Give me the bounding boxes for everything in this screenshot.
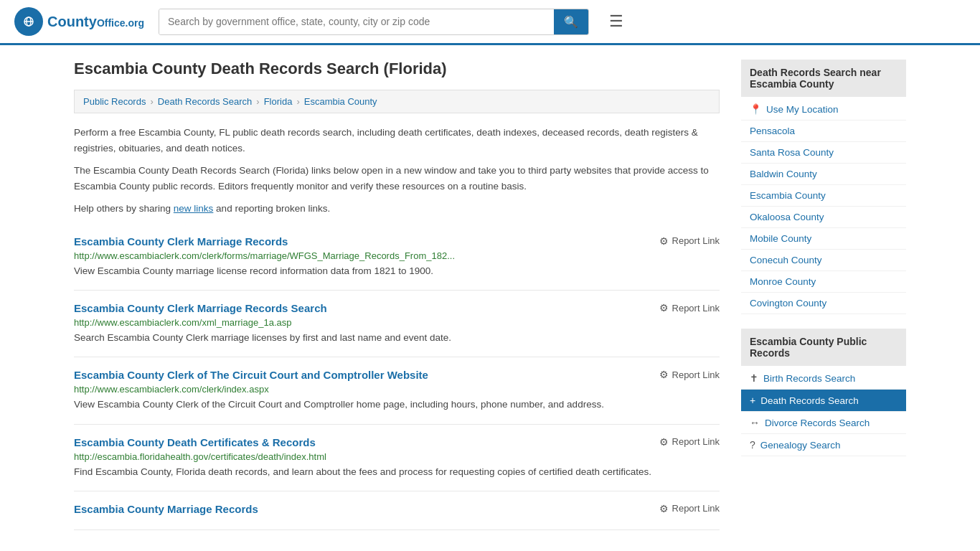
sidebar-public-record-item-1[interactable]: + Death Records Search xyxy=(741,390,906,412)
public-record-icon-2: ↔ xyxy=(750,417,760,428)
report-icon-2: ⚙ xyxy=(659,369,669,380)
report-link-button-3[interactable]: ⚙ Report Link xyxy=(659,436,720,448)
report-link-button-4[interactable]: ⚙ Report Link xyxy=(659,503,720,514)
breadcrumb-public-records[interactable]: Public Records xyxy=(83,96,146,107)
report-icon-1: ⚙ xyxy=(659,302,669,314)
breadcrumb-sep-3: › xyxy=(296,96,299,107)
sidebar-nearby-item-3[interactable]: Escambia County xyxy=(741,185,906,207)
result-item: Escambia County Marriage Records ⚙ Repor… xyxy=(74,491,720,530)
sidebar-nearby-link-1[interactable]: Santa Rosa County xyxy=(750,147,834,158)
result-url-2: http://www.escambiaclerk.com/clerk/index… xyxy=(74,384,720,395)
breadcrumb-escambia[interactable]: Escambia County xyxy=(304,96,377,107)
nearby-section: Death Records Search near Escambia Count… xyxy=(741,60,906,314)
sidebar-nearby-link-2[interactable]: Baldwin County xyxy=(750,169,817,179)
sidebar-nearby-link-6[interactable]: Conecuh County xyxy=(750,255,822,265)
result-title-2[interactable]: Escambia County Clerk of The Circuit Cou… xyxy=(74,369,428,381)
public-records-items: ✝ Birth Records Search + Death Records S… xyxy=(741,367,906,456)
result-desc-3: Find Escambia County, Florida death reco… xyxy=(74,465,720,479)
sidebar-nearby-item-0[interactable]: Pensacola xyxy=(741,121,906,142)
public-records-section-title: Escambia County Public Records xyxy=(741,329,906,366)
report-label-4: Report Link xyxy=(672,503,720,514)
report-icon-4: ⚙ xyxy=(659,503,669,514)
sidebar-nearby-link-0[interactable]: Pensacola xyxy=(750,126,795,136)
sidebar-nearby-item-2[interactable]: Baldwin County xyxy=(741,164,906,185)
content-area: Escambia County Death Records Search (Fl… xyxy=(74,60,720,530)
report-label-1: Report Link xyxy=(672,303,720,314)
description-3: Help others by sharing new links and rep… xyxy=(74,201,720,217)
use-location-button[interactable]: 📍 Use My Location xyxy=(741,98,906,121)
sidebar-nearby-item-7[interactable]: Monroe County xyxy=(741,271,906,293)
public-record-icon-1: + xyxy=(750,395,755,406)
menu-button[interactable]: ☰ xyxy=(603,9,629,34)
use-location-label: Use My Location xyxy=(766,104,839,115)
sidebar-nearby-item-8[interactable]: Covington County xyxy=(741,293,906,314)
public-record-link-3[interactable]: Genealogy Search xyxy=(760,440,841,451)
report-label-2: Report Link xyxy=(672,369,720,380)
result-title-0[interactable]: Escambia County Clerk Marriage Records xyxy=(74,235,288,248)
nearby-items: PensacolaSanta Rosa CountyBaldwin County… xyxy=(741,121,906,314)
logo-icon xyxy=(14,7,43,36)
sidebar-public-record-item-3[interactable]: ? Genealogy Search xyxy=(741,434,906,456)
report-label-3: Report Link xyxy=(672,436,720,447)
site-header: CountyOffice.org 🔍 ☰ xyxy=(0,0,980,45)
result-desc-1: Search Escambia County Clerk marriage li… xyxy=(74,331,720,345)
search-input[interactable] xyxy=(159,9,554,34)
public-record-link-1[interactable]: Death Records Search xyxy=(760,395,859,406)
result-title-3[interactable]: Escambia County Death Certificates & Rec… xyxy=(74,436,316,448)
search-icon: 🔍 xyxy=(564,16,578,28)
sidebar: Death Records Search near Escambia Count… xyxy=(741,60,906,530)
report-label-0: Report Link xyxy=(672,235,720,246)
breadcrumb: Public Records › Death Records Search › … xyxy=(74,90,720,113)
result-item: Escambia County Clerk Marriage Records S… xyxy=(74,291,720,357)
result-item: Escambia County Clerk of The Circuit Cou… xyxy=(74,357,720,424)
public-record-icon-0: ✝ xyxy=(750,372,758,384)
result-desc-2: View Escambia County Clerk of the Circui… xyxy=(74,397,720,412)
result-url-0: http://www.escambiaclerk.com/clerk/forms… xyxy=(74,250,720,261)
public-record-link-2[interactable]: Divorce Records Search xyxy=(765,418,870,428)
location-pin-icon: 📍 xyxy=(750,103,762,115)
nearby-section-title: Death Records Search near Escambia Count… xyxy=(741,60,906,97)
logo-text: CountyOffice.org xyxy=(47,14,144,30)
description-3-suffix: and reporting broken links. xyxy=(213,203,330,214)
sidebar-nearby-link-7[interactable]: Monroe County xyxy=(750,276,816,287)
result-title-4[interactable]: Escambia County Marriage Records xyxy=(74,503,258,515)
public-record-link-0[interactable]: Birth Records Search xyxy=(763,373,855,384)
sidebar-nearby-item-4[interactable]: Okaloosa County xyxy=(741,207,906,228)
main-container: Escambia County Death Records Search (Fl… xyxy=(60,45,920,545)
sidebar-public-record-item-0[interactable]: ✝ Birth Records Search xyxy=(741,367,906,390)
breadcrumb-florida[interactable]: Florida xyxy=(264,96,293,107)
logo[interactable]: CountyOffice.org xyxy=(14,7,144,36)
page-title: Escambia County Death Records Search (Fl… xyxy=(74,60,720,78)
result-url-1: http://www.escambiaclerk.com/xml_marriag… xyxy=(74,317,720,328)
result-item: Escambia County Clerk Marriage Records ⚙… xyxy=(74,224,720,291)
sidebar-nearby-link-3[interactable]: Escambia County xyxy=(750,190,826,201)
result-desc-0: View Escambia County marriage license re… xyxy=(74,264,720,278)
result-item: Escambia County Death Certificates & Rec… xyxy=(74,425,720,491)
search-button[interactable]: 🔍 xyxy=(554,9,588,34)
new-links-link[interactable]: new links xyxy=(174,203,214,214)
report-link-button-2[interactable]: ⚙ Report Link xyxy=(659,369,720,380)
public-record-icon-3: ? xyxy=(750,439,755,451)
result-title-1[interactable]: Escambia County Clerk Marriage Records S… xyxy=(74,302,327,314)
report-link-button-1[interactable]: ⚙ Report Link xyxy=(659,302,720,314)
search-bar: 🔍 xyxy=(159,9,589,35)
sidebar-nearby-item-6[interactable]: Conecuh County xyxy=(741,250,906,271)
sidebar-public-record-item-2[interactable]: ↔ Divorce Records Search xyxy=(741,412,906,434)
description-2: The Escambia County Death Records Search… xyxy=(74,163,720,194)
hamburger-icon: ☰ xyxy=(609,12,623,30)
report-link-button-0[interactable]: ⚙ Report Link xyxy=(659,235,720,247)
result-url-3: http://escambia.floridahealth.gov/certif… xyxy=(74,451,720,462)
description-1: Perform a free Escambia County, FL publi… xyxy=(74,125,720,156)
breadcrumb-sep-2: › xyxy=(256,96,259,107)
results-list: Escambia County Clerk Marriage Records ⚙… xyxy=(74,224,720,530)
sidebar-nearby-link-4[interactable]: Okaloosa County xyxy=(750,212,824,222)
sidebar-nearby-link-5[interactable]: Mobile County xyxy=(750,233,811,244)
sidebar-nearby-item-1[interactable]: Santa Rosa County xyxy=(741,142,906,164)
breadcrumb-sep-1: › xyxy=(150,96,153,107)
breadcrumb-death-records[interactable]: Death Records Search xyxy=(158,96,253,107)
sidebar-nearby-link-8[interactable]: Covington County xyxy=(750,298,826,309)
report-icon-0: ⚙ xyxy=(659,235,669,247)
public-records-section: Escambia County Public Records ✝ Birth R… xyxy=(741,329,906,456)
sidebar-nearby-item-5[interactable]: Mobile County xyxy=(741,228,906,250)
description-3-prefix: Help others by sharing xyxy=(74,203,174,214)
